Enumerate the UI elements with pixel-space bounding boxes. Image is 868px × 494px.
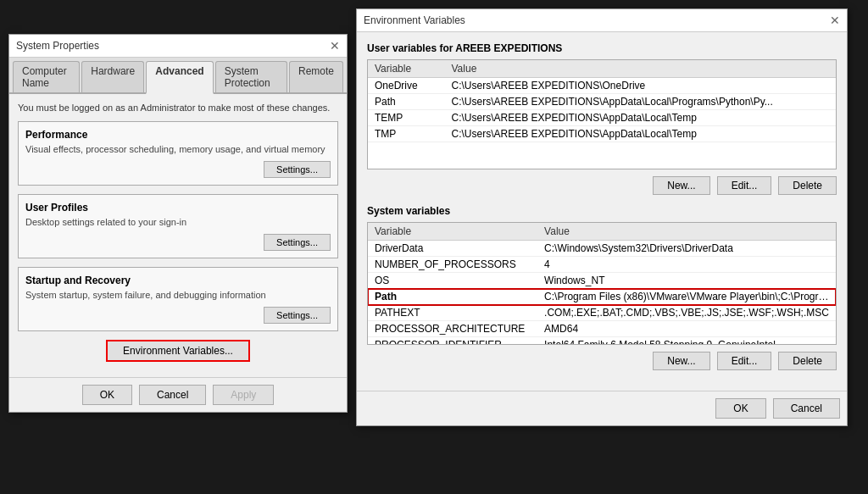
- user-var-row[interactable]: TMPC:\Users\AREEB EXPEDITIONS\AppData\Lo…: [368, 126, 836, 142]
- performance-settings-button[interactable]: Settings...: [264, 161, 331, 178]
- user-var-name: OneDrive: [368, 78, 445, 94]
- system-vars-table-wrapper: Variable Value DriverDataC:\Windows\Syst…: [367, 222, 837, 352]
- system-properties-content: You must be logged on as an Administrato…: [9, 94, 347, 377]
- sys-var-value: .COM;.EXE;.BAT;.CMD;.VBS;.VBE;.JS;.JSE;.…: [537, 305, 836, 321]
- env-dialog-buttons: OK Cancel: [357, 391, 847, 425]
- sys-var-name: DriverData: [368, 241, 537, 257]
- sys-var-name: NUMBER_OF_PROCESSORS: [368, 257, 537, 273]
- user-var-name: TMP: [368, 126, 445, 142]
- sys-var-row[interactable]: PATHEXT.COM;.EXE;.BAT;.CMD;.VBS;.VBE;.JS…: [368, 305, 836, 321]
- user-profiles-section: User Profiles Desktop settings related t…: [18, 194, 338, 258]
- system-vars-table-container[interactable]: Variable Value DriverDataC:\Windows\Syst…: [367, 222, 837, 345]
- user-var-name: TEMP: [368, 110, 445, 126]
- environment-variables-window: Environment Variables ✕ User variables f…: [356, 8, 848, 426]
- tab-remote[interactable]: Remote: [289, 61, 343, 92]
- sys-var-value: C:\Program Files (x86)\VMware\VMware Pla…: [537, 289, 836, 305]
- startup-recovery-section: Startup and Recovery System startup, sys…: [18, 267, 338, 331]
- sys-var-row[interactable]: NUMBER_OF_PROCESSORS4: [368, 257, 836, 273]
- system-properties-tabs: Computer Name Hardware Advanced System P…: [9, 58, 347, 94]
- user-var-value: C:\Users\AREEB EXPEDITIONS\OneDrive: [445, 78, 837, 94]
- sys-var-name: PROCESSOR_ARCHITECTURE: [368, 321, 537, 337]
- cancel-button[interactable]: Cancel: [139, 385, 206, 405]
- user-var-value: C:\Users\AREEB EXPEDITIONS\AppData\Local…: [445, 94, 837, 110]
- system-properties-titlebar: System Properties ✕: [9, 35, 347, 58]
- user-vars-actions: New... Edit... Delete: [367, 176, 837, 195]
- sys-var-col-variable: Variable: [368, 223, 537, 241]
- tab-system-protection[interactable]: System Protection: [215, 61, 287, 92]
- sys-var-row[interactable]: DriverDataC:\Windows\System32\Drivers\Dr…: [368, 241, 836, 257]
- env-variables-content: User variables for AREEB EXPEDITIONS Var…: [357, 32, 847, 391]
- system-vars-actions: New... Edit... Delete: [367, 352, 837, 370]
- sys-var-name: PATHEXT: [368, 305, 537, 321]
- system-vars-section-title: System variables: [367, 205, 837, 217]
- env-variables-title: Environment Variables: [364, 14, 465, 26]
- tab-hardware[interactable]: Hardware: [81, 61, 144, 92]
- system-properties-window: System Properties ✕ Computer Name Hardwa…: [8, 34, 348, 413]
- startup-recovery-section-title: Startup and Recovery: [25, 275, 331, 286]
- user-edit-button[interactable]: Edit...: [717, 176, 772, 195]
- sys-delete-button[interactable]: Delete: [778, 352, 837, 370]
- env-variables-titlebar: Environment Variables ✕: [357, 9, 847, 32]
- user-vars-table: Variable Value OneDriveC:\Users\AREEB EX…: [368, 60, 836, 142]
- sys-new-button[interactable]: New...: [653, 352, 709, 370]
- user-profiles-section-title: User Profiles: [25, 202, 331, 214]
- user-var-name: Path: [368, 94, 445, 110]
- sys-var-name: PROCESSOR_IDENTIFIER: [368, 337, 537, 346]
- sys-var-row[interactable]: OSWindows_NT: [368, 273, 836, 289]
- apply-button[interactable]: Apply: [213, 385, 274, 405]
- tab-computer-name[interactable]: Computer Name: [13, 61, 80, 92]
- user-var-row[interactable]: TEMPC:\Users\AREEB EXPEDITIONS\AppData\L…: [368, 110, 836, 126]
- user-vars-table-wrapper: Variable Value OneDriveC:\Users\AREEB EX…: [367, 59, 837, 176]
- sys-var-col-value: Value: [537, 223, 836, 241]
- user-var-col-value: Value: [445, 60, 837, 78]
- user-var-row[interactable]: OneDriveC:\Users\AREEB EXPEDITIONS\OneDr…: [368, 78, 836, 94]
- user-var-col-variable: Variable: [368, 60, 445, 78]
- sys-var-row[interactable]: PROCESSOR_ARCHITECTUREAMD64: [368, 321, 836, 337]
- sys-var-row[interactable]: PROCESSOR_IDENTIFIERIntel64 Family 6 Mod…: [368, 337, 836, 346]
- user-var-row[interactable]: PathC:\Users\AREEB EXPEDITIONS\AppData\L…: [368, 94, 836, 110]
- environment-variables-button[interactable]: Environment Variables...: [106, 340, 250, 362]
- sys-var-value: AMD64: [537, 321, 836, 337]
- startup-recovery-section-desc: System startup, system failure, and debu…: [25, 290, 331, 300]
- env-ok-button[interactable]: OK: [715, 398, 765, 419]
- performance-section-title: Performance: [25, 129, 331, 141]
- system-properties-close-button[interactable]: ✕: [330, 40, 340, 52]
- user-delete-button[interactable]: Delete: [778, 176, 837, 195]
- sys-var-row[interactable]: PathC:\Program Files (x86)\VMware\VMware…: [368, 289, 836, 305]
- user-profiles-section-desc: Desktop settings related to your sign-in: [25, 217, 331, 227]
- admin-notice: You must be logged on as an Administrato…: [18, 103, 338, 113]
- user-var-value: C:\Users\AREEB EXPEDITIONS\AppData\Local…: [445, 126, 837, 142]
- sys-var-value: Intel64 Family 6 Model 58 Stepping 9, Ge…: [537, 337, 836, 346]
- sys-var-value: 4: [537, 257, 836, 273]
- env-variables-close-button[interactable]: ✕: [830, 14, 840, 26]
- startup-recovery-settings-button[interactable]: Settings...: [264, 307, 331, 324]
- user-var-value: C:\Users\AREEB EXPEDITIONS\AppData\Local…: [445, 110, 837, 126]
- user-vars-section-title: User variables for AREEB EXPEDITIONS: [367, 42, 837, 54]
- sys-var-name: Path: [368, 289, 537, 305]
- ok-button[interactable]: OK: [82, 385, 132, 405]
- user-new-button[interactable]: New...: [653, 176, 709, 195]
- tab-advanced[interactable]: Advanced: [146, 61, 213, 94]
- performance-section-desc: Visual effects, processor scheduling, me…: [25, 144, 331, 154]
- performance-section: Performance Visual effects, processor sc…: [18, 121, 338, 186]
- system-vars-table: Variable Value DriverDataC:\Windows\Syst…: [368, 223, 836, 345]
- env-cancel-button[interactable]: Cancel: [773, 398, 840, 419]
- system-properties-dialog-buttons: OK Cancel Apply: [9, 377, 347, 412]
- user-profiles-settings-button[interactable]: Settings...: [264, 234, 331, 251]
- sys-edit-button[interactable]: Edit...: [717, 352, 772, 370]
- user-vars-table-container[interactable]: Variable Value OneDriveC:\Users\AREEB EX…: [367, 59, 837, 169]
- sys-var-value: Windows_NT: [537, 273, 836, 289]
- sys-var-name: OS: [368, 273, 537, 289]
- system-properties-title: System Properties: [16, 40, 99, 52]
- sys-var-value: C:\Windows\System32\Drivers\DriverData: [537, 241, 836, 257]
